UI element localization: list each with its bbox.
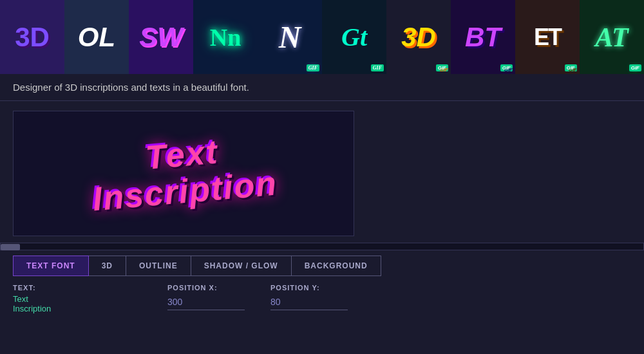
position-y-group: POSITION Y:: [270, 284, 348, 310]
gif-badge: GIF: [371, 64, 384, 71]
gif-badge: GIF: [629, 64, 641, 71]
card-label: SW: [139, 22, 183, 53]
card-label: N: [279, 19, 301, 55]
style-card-at[interactable]: AT GIF: [580, 0, 644, 74]
tab-background[interactable]: BACKGROUND: [292, 256, 381, 276]
tab-outline[interactable]: OUTLINE: [126, 256, 191, 276]
text-value: Text Inscription: [13, 294, 142, 313]
canvas-container: Text Inscription: [13, 111, 354, 236]
scrollbar-thumb[interactable]: [1, 244, 20, 250]
position-x-group: POSITION X:: [167, 284, 245, 310]
card-label: 3D: [401, 22, 436, 53]
text-value-line1: Text: [13, 294, 142, 304]
position-x-input[interactable]: [167, 294, 245, 310]
style-card-et[interactable]: ET GIF: [515, 0, 580, 74]
style-card-3d-2[interactable]: 3D GIF: [386, 0, 451, 74]
style-gallery: 3D OL SW Nn N GIF Gt GIF 3D GIF BT GIF E…: [0, 0, 644, 74]
main-area: Text Inscription: [0, 101, 644, 243]
gif-badge: GIF: [500, 64, 513, 71]
scrollbar[interactable]: [0, 243, 644, 250]
bottom-form: TEXT: Text Inscription POSITION X: POSIT…: [0, 276, 644, 321]
style-card-nn[interactable]: Nn: [193, 0, 258, 74]
card-label: OL: [78, 22, 115, 53]
text-group: TEXT: Text Inscription: [13, 284, 142, 313]
style-card-n[interactable]: N GIF: [258, 0, 322, 74]
card-label: ET: [534, 24, 561, 51]
text-value-line2: Inscription: [13, 304, 142, 313]
gif-badge: GIF: [565, 64, 577, 71]
card-label: BT: [465, 22, 501, 53]
text-preview: Text Inscription: [88, 129, 279, 218]
card-label: AT: [595, 22, 628, 53]
text-label: TEXT:: [13, 284, 142, 292]
tab-shadow-glow[interactable]: SHADOW / GLOW: [191, 256, 292, 276]
tab-3d[interactable]: 3D: [89, 256, 126, 276]
card-label: Gt: [341, 22, 367, 52]
gif-badge: GIF: [307, 64, 319, 71]
style-card-bt[interactable]: BT GIF: [451, 0, 515, 74]
style-card-ol[interactable]: OL: [64, 0, 129, 74]
position-y-input[interactable]: [270, 294, 348, 310]
style-card-3d[interactable]: 3D: [0, 0, 64, 74]
position-y-label: POSITION Y:: [270, 284, 348, 292]
tab-text-font[interactable]: TEXT FONT: [13, 256, 89, 276]
style-card-sw[interactable]: SW: [129, 0, 193, 74]
gif-badge: GIF: [436, 64, 448, 71]
card-label: Nn: [210, 23, 242, 51]
description: Designer of 3D inscriptions and texts in…: [0, 74, 644, 101]
position-x-label: POSITION X:: [167, 284, 245, 292]
card-label: 3D: [15, 22, 50, 53]
style-card-gt[interactable]: Gt GIF: [322, 0, 386, 74]
tab-bar: TEXT FONT 3D OUTLINE SHADOW / GLOW BACKG…: [0, 250, 644, 276]
